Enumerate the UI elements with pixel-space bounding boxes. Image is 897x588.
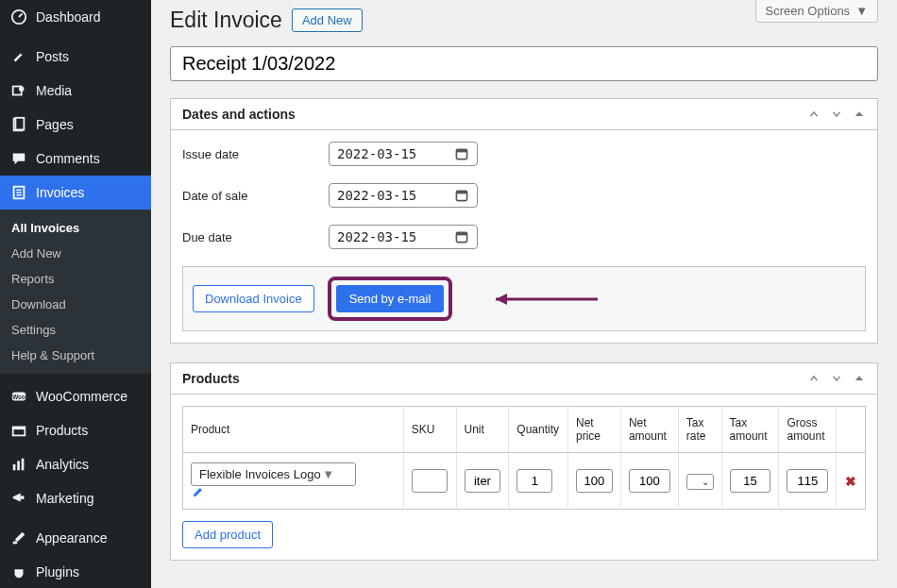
sidebar-item-analytics[interactable]: Analytics [0,447,151,481]
sidebar-item-appearance[interactable]: Appearance [0,521,151,555]
submenu-reports[interactable]: Reports [0,266,151,292]
table-row: Flexible Invoices Logo ▼ [183,453,866,510]
svg-point-2 [19,87,24,92]
submenu-settings[interactable]: Settings [0,317,151,343]
col-gross: Gross amount [779,407,837,453]
collapse-icon[interactable] [853,108,866,121]
sidebar-label: Marketing [36,491,93,506]
calendar-icon [454,146,469,161]
page-title: Edit Invoice [170,8,282,33]
plugin-icon [9,563,28,581]
woo-icon: Woo [9,387,28,406]
gross-input[interactable] [787,469,828,493]
screen-options-toggle[interactable]: Screen Options ▼ [755,0,878,23]
sidebar-label: Plugins [36,564,79,580]
svg-rect-14 [17,461,20,470]
sidebar-item-comments[interactable]: Comments [0,142,151,176]
send-email-button[interactable]: Send by e-mail [336,285,445,312]
submenu-all-invoices[interactable]: All Invoices [0,215,151,241]
arrow-annotation [477,290,600,309]
chevron-down-icon: ⌄ [702,477,709,487]
sidebar-label: Appearance [36,530,108,546]
chevron-down-icon: ▼ [855,4,868,18]
sidebar-item-pages[interactable]: Pages [0,108,151,142]
highlight-annotation: Send by e-mail [328,277,453,321]
page-icon [9,115,28,134]
sale-date-input[interactable]: 2022-03-15 [329,183,478,208]
move-down-icon[interactable] [830,372,843,385]
move-up-icon[interactable] [807,372,821,385]
sidebar-item-woocommerce[interactable]: Woo WooCommerce [0,379,151,413]
dates-actions-box: Dates and actions Issue date 2022-03-15 … [170,98,878,344]
unit-input[interactable] [465,469,501,493]
calendar-icon [454,188,469,203]
svg-rect-19 [456,149,466,152]
comment-icon [9,149,28,168]
sidebar-label: Analytics [36,457,89,472]
download-invoice-button[interactable]: Download Invoice [193,285,314,312]
col-net-price: Net price [568,407,621,453]
remove-row-icon[interactable]: ✖ [844,474,857,489]
svg-rect-23 [456,232,466,235]
svg-rect-13 [13,464,16,470]
collapse-icon[interactable] [853,372,866,385]
move-up-icon[interactable] [807,108,821,121]
sidebar-item-dashboard[interactable]: Dashboard [0,0,151,34]
dates-box-title: Dates and actions [182,107,296,122]
analytics-icon [9,455,28,474]
sidebar-item-marketing[interactable]: Marketing [0,481,151,515]
products-icon [9,421,28,440]
products-box: Products Product SKU Unit Quantity Net p… [170,362,878,561]
sidebar-label: Products [36,423,88,438]
tax-amount-input[interactable] [730,469,771,493]
main-content: Screen Options ▼ Edit Invoice Add New Da… [151,0,897,588]
col-unit: Unit [456,407,509,453]
sidebar-item-products[interactable]: Products [0,413,151,447]
sku-input[interactable] [412,469,448,493]
sidebar-label: Pages [36,117,74,132]
sidebar-label: Posts [36,49,69,64]
svg-rect-12 [13,427,25,429]
admin-sidebar: Dashboard Posts Media Pages Comments Inv… [0,0,151,588]
move-down-icon[interactable] [830,108,843,121]
products-table: Product SKU Unit Quantity Net price Net … [182,406,866,510]
sidebar-item-plugins[interactable]: Plugins [0,555,151,588]
issue-date-input[interactable]: 2022-03-15 [329,142,478,166]
col-sku: SKU [403,407,456,453]
chevron-down-icon: ▼ [322,467,334,481]
submenu-help[interactable]: Help & Support [0,343,151,368]
submenu-add-new[interactable]: Add New [0,241,151,266]
col-net-amount: Net amount [620,407,678,453]
invoice-title-input[interactable] [170,46,878,81]
add-product-button[interactable]: Add product [182,521,273,548]
sidebar-item-posts[interactable]: Posts [0,40,151,74]
sidebar-label: Invoices [36,185,84,200]
col-tax-amount: Tax amount [721,407,779,453]
sidebar-item-invoices[interactable]: Invoices [0,176,151,210]
product-select[interactable]: Flexible Invoices Logo ▼ [191,462,356,486]
submenu-download[interactable]: Download [0,292,151,317]
svg-rect-15 [22,459,25,471]
col-product: Product [183,407,404,453]
add-new-button[interactable]: Add New [292,8,363,32]
sidebar-label: Dashboard [36,9,101,25]
svg-rect-4 [15,118,24,130]
due-date-input[interactable]: 2022-03-15 [329,225,478,249]
qty-input[interactable] [516,469,552,493]
svg-rect-17 [13,542,18,545]
issue-date-label: Issue date [182,147,329,161]
calendar-icon [454,229,469,244]
net-price-input[interactable] [576,469,613,493]
sidebar-label: Media [36,83,72,98]
sidebar-item-media[interactable]: Media [0,74,151,108]
svg-rect-21 [456,191,466,193]
products-box-title: Products [182,371,240,386]
brush-icon [9,529,28,547]
edit-icon[interactable] [191,486,396,499]
sale-date-label: Date of sale [182,189,329,203]
net-amount-input[interactable] [629,469,670,493]
media-icon [9,81,28,100]
col-actions [837,407,866,453]
sidebar-label: Comments [36,151,100,166]
tax-rate-select[interactable]: ⌄ [686,474,714,490]
